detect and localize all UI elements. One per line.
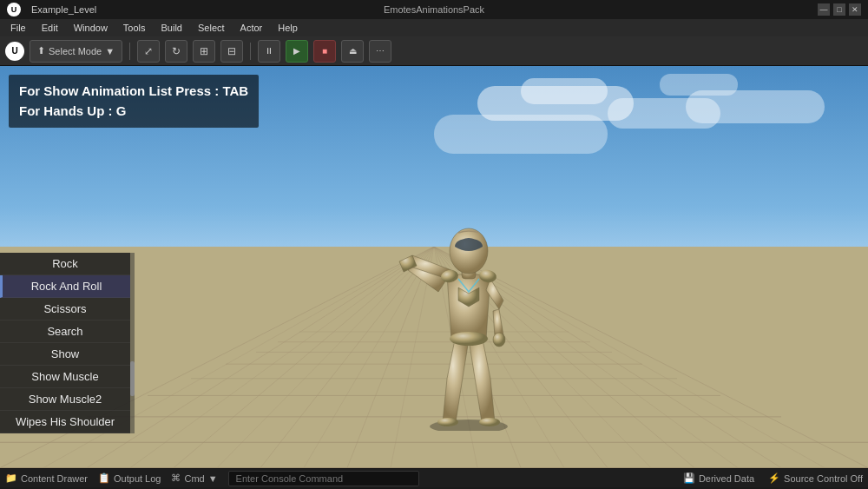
character-svg [382,127,556,431]
menu-actor[interactable]: Actor [233,21,270,35]
transform-button[interactable]: ⤢ [137,40,160,63]
content-drawer-button[interactable]: 📁 Content Drawer [5,472,88,484]
scroll-indicator [130,253,135,433]
pause-button[interactable]: ⏸ [258,40,280,63]
status-right: 💾 Derived Data ⚡ Source Control Off [683,472,863,484]
cursor-icon: ⬆ [37,45,45,56]
cmd-button[interactable]: ⌘ Cmd ▼ [171,472,217,484]
cmd-arrow: ▼ [208,473,218,484]
app-title: EmotesAnimationsPack [384,4,484,15]
toolbar: U ⬆ Select Mode ▼ ⤢ ↻ ⊞ ⊟ ⏸ ▶ ■ ⏏ ⋯ ⚙ Se… [0,36,868,66]
separator-1 [129,43,130,60]
svg-point-32 [479,418,500,426]
anim-item-show[interactable]: Show [0,343,130,366]
menu-file[interactable]: File [3,21,33,35]
scroll-thumb[interactable] [130,361,135,396]
anim-item-show-muscle2[interactable]: Show Muscle2 [0,388,130,411]
svg-point-34 [493,333,505,347]
menu-bar: File Edit Window Tools Build Select Acto… [0,19,868,36]
ue-logo: U [7,3,21,17]
anim-list-inner: Rock Rock And Roll Scissors Search Show … [0,253,135,433]
snap-button[interactable]: ⊟ [220,40,243,63]
output-log-button[interactable]: 📋 Output Log [98,472,161,484]
cloud-2 [521,78,608,104]
select-mode-label: Select Mode [49,46,102,56]
separator-2 [250,43,251,60]
more-button[interactable]: ⋯ [369,40,391,63]
hud-overlay: For Show Animation List Press : TAB For … [9,75,259,128]
anim-item-rock[interactable]: Rock [0,253,130,275]
title-bar: U Example_Level EmotesAnimationsPack — □… [0,0,868,19]
menu-edit[interactable]: Edit [35,21,65,35]
play-button[interactable]: ▶ [286,40,308,63]
select-mode-arrow: ▼ [105,46,115,56]
output-log-label: Output Log [114,473,161,484]
close-button[interactable]: ✕ [849,3,861,16]
level-name: Example_Level [31,4,96,15]
svg-point-33 [450,332,488,346]
menu-select[interactable]: Select [191,21,232,35]
animation-list-panel: Rock Rock And Roll Scissors Search Show … [0,253,135,433]
output-log-icon: 📋 [98,472,110,484]
hud-line-2: For Hands Up : G [19,102,248,122]
derived-data-label: Derived Data [699,473,754,484]
character-model [382,127,556,387]
cloud-6 [660,74,738,96]
window-controls[interactable]: — □ ✕ [818,3,861,16]
maximize-button[interactable]: □ [833,3,845,16]
stop-button[interactable]: ■ [313,40,336,63]
content-drawer-label: Content Drawer [21,473,88,484]
derived-data-icon: 💾 [683,472,695,484]
content-drawer-icon: 📁 [5,472,17,484]
derived-data-button[interactable]: 💾 Derived Data [683,472,754,484]
source-control-button[interactable]: ⚡ Source Control Off [768,472,863,484]
source-control-label: Source Control Off [784,473,863,484]
select-mode-button[interactable]: ⬆ Select Mode ▼ [30,40,122,63]
menu-window[interactable]: Window [67,21,115,35]
minimize-button[interactable]: — [818,3,830,16]
cmd-label: Cmd [184,473,204,484]
menu-build[interactable]: Build [155,21,189,35]
rotate-button[interactable]: ↻ [165,40,187,63]
anim-item-search[interactable]: Search [0,320,130,343]
cmd-icon: ⌘ [171,472,181,484]
source-control-icon: ⚡ [768,472,780,484]
menu-tools[interactable]: Tools [116,21,153,35]
anim-item-show-muscle[interactable]: Show Muscle [0,366,130,388]
scale-button[interactable]: ⊞ [193,40,215,63]
title-left: U Example_Level [7,3,96,17]
anim-item-wipes-his-shoulder[interactable]: Wipes His Shoulder [0,411,130,433]
hud-line-1: For Show Animation List Press : TAB [19,82,248,102]
eject-button[interactable]: ⏏ [341,40,364,63]
console-input[interactable] [228,471,419,486]
menu-help[interactable]: Help [271,21,305,35]
svg-point-31 [437,418,458,426]
viewport: For Show Animation List Press : TAB For … [0,66,868,468]
toolbar-ue-logo: U [5,42,24,61]
status-bar: 📁 Content Drawer 📋 Output Log ⌘ Cmd ▼ 💾 … [0,468,868,487]
anim-item-scissors[interactable]: Scissors [0,298,130,320]
anim-item-rock-and-roll[interactable]: Rock And Roll [0,275,130,298]
